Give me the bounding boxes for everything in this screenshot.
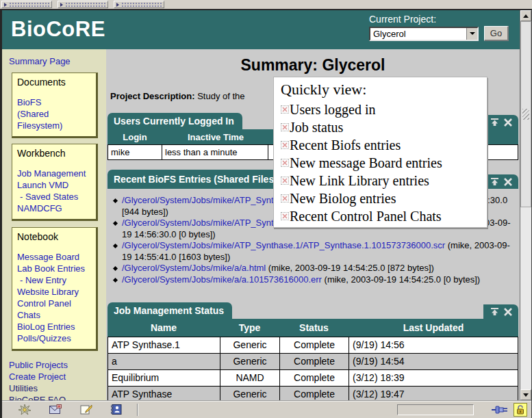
collapsed-toolbar-grippy[interactable] — [114, 1, 164, 8]
expand-arrow-icon — [116, 3, 119, 7]
quick-view-option[interactable]: Recent Control Panel Chats — [281, 207, 481, 225]
scroll-down-button[interactable] — [520, 389, 531, 400]
sidebar-item-biofs-subtitle[interactable]: (Shared Filesystem) — [17, 108, 92, 131]
notebook-box: Notebook Message Board Lab Book Entries … — [12, 227, 98, 351]
quick-view-option[interactable]: New message Board entries — [281, 154, 481, 172]
sidebar-item-summary-page[interactable]: Summary Page — [9, 55, 106, 67]
broken-image-icon — [281, 177, 289, 185]
documents-box: Documents BioFS (Shared Filesystem) — [12, 73, 98, 138]
sidebar-item-lab-book-entries[interactable]: Lab Book Entries — [17, 263, 92, 274]
project-description-text: Study of the — [197, 91, 244, 101]
users-panel-title: Users Currently Logged In — [107, 113, 242, 129]
close-panel-icon[interactable] — [504, 118, 512, 127]
job-col-status: Status — [279, 322, 349, 333]
broken-image-icon — [281, 194, 289, 203]
sidebar-item-job-management[interactable]: Job Management — [17, 168, 92, 179]
sidebar-item-control-panel-chats[interactable]: Control Panel Chats — [17, 298, 92, 321]
biofs-entry-link[interactable]: /Glycerol/System/Jobs/mike/a/a.101573616… — [122, 274, 322, 285]
quick-view-option[interactable]: New Biolog entries — [281, 190, 481, 207]
job-type: Generic — [220, 337, 280, 353]
close-panel-icon[interactable] — [504, 178, 512, 186]
sidebar-item-new-entry[interactable]: - New Entry — [17, 274, 92, 286]
quick-view-option-label: New Biolog entries — [290, 191, 396, 207]
list-item: /Glycerol/System/Jobs/mike/ATP_Synthase.… — [110, 240, 518, 263]
sidebar-item-polls-quizzes[interactable]: Polls/Quizzes — [17, 332, 92, 344]
job-col-name: Name — [107, 322, 220, 333]
sidebar-item-launch-vmd[interactable]: Launch VMD — [17, 179, 92, 191]
job-type: Generic — [220, 387, 280, 400]
site-header: BioCoRE Current Project: Glycerol Go — [2, 10, 520, 49]
navigator-icon[interactable] — [18, 404, 31, 415]
quick-view-title: Quickly view: — [281, 81, 481, 99]
broken-image-icon — [281, 105, 289, 114]
biofs-entry-meta: (mike, 2003-09-19 14:54:25.0 [872 bytes]… — [266, 263, 434, 273]
security-lock-highlight[interactable] — [514, 403, 527, 417]
quick-view-option[interactable]: Users logged in — [281, 101, 481, 118]
sidebar-item-message-board[interactable]: Message Board — [17, 251, 92, 263]
vertical-scrollbar[interactable] — [520, 10, 531, 400]
quick-view-option-label: Users logged in — [290, 102, 376, 118]
statusbar-divider — [137, 404, 138, 416]
sidebar-item-utilities[interactable]: Utilities — [9, 382, 106, 394]
address-book-icon[interactable] — [111, 404, 122, 415]
mail-icon[interactable] — [49, 404, 62, 415]
job-updated: (9/19) 14:56 — [349, 337, 518, 353]
job-col-updated: Last Updated — [349, 322, 518, 333]
sidebar-item-public-projects[interactable]: Public Projects — [9, 359, 106, 371]
sidebar-item-biofs[interactable]: BioFS — [17, 96, 92, 108]
quick-view-option[interactable]: Job status — [281, 118, 481, 136]
toolbar-grippy-strip — [0, 0, 532, 9]
biofs-entry-link[interactable]: /Glycerol/System/Jobs/mike/ATP_Synthase.… — [122, 240, 445, 250]
online-plug-icon[interactable] — [492, 405, 508, 415]
quick-view-popup: Quickly view: Users logged in Job status… — [273, 77, 487, 228]
grippy-dots — [9, 2, 49, 7]
status-bar — [2, 400, 531, 418]
table-row: ATP Synthase Generic Complete (3/12) 19:… — [108, 386, 518, 400]
quick-view-option-label: Job status — [290, 120, 343, 135]
job-updated: (3/12) 18:39 — [349, 370, 518, 386]
user-inactive-time: less than a minute — [162, 145, 268, 159]
grippy-dots — [65, 2, 105, 7]
users-col-inactive: Inactive Time — [162, 132, 269, 142]
dropdown-arrow-icon[interactable] — [466, 28, 477, 40]
job-name: a — [108, 354, 220, 369]
broken-image-icon — [281, 123, 289, 131]
table-row: ATP Synthase.1 Generic Complete (9/19) 1… — [108, 337, 518, 353]
table-row: Equilibrium NAMD Complete (3/12) 18:39 — [108, 369, 518, 386]
sidebar-item-website-library[interactable]: Website Library — [17, 286, 92, 298]
status-message-box — [397, 404, 474, 415]
job-type: NAMD — [220, 370, 280, 386]
quick-view-option[interactable]: New Link Library entries — [281, 172, 481, 190]
sidebar-item-saved-states[interactable]: - Saved States — [17, 191, 92, 203]
collapse-panel-icon[interactable] — [490, 177, 499, 186]
notebook-heading: Notebook — [17, 231, 92, 242]
sidebar-item-namdcfg[interactable]: NAMDCFG — [17, 203, 92, 214]
sidebar-item-biocore-faq[interactable]: BioCoRE FAQ — [9, 394, 106, 400]
scroll-up-button[interactable] — [520, 10, 531, 21]
brand-logo: BioCoRE — [11, 17, 105, 42]
scrollbar-thumb[interactable] — [520, 21, 531, 207]
user-login: mike — [108, 145, 162, 159]
collapse-panel-icon[interactable] — [490, 307, 499, 316]
go-button[interactable]: Go — [484, 26, 509, 41]
collapsed-toolbar-grippy[interactable] — [58, 1, 108, 8]
table-row: a Generic Complete (9/19) 14:54 — [108, 353, 518, 369]
job-status: Complete — [280, 337, 349, 353]
composer-icon[interactable] — [80, 404, 92, 415]
job-name: ATP Synthase — [108, 387, 220, 400]
job-status: Complete — [280, 370, 349, 386]
close-panel-icon[interactable] — [504, 308, 512, 316]
collapse-panel-icon[interactable] — [490, 118, 499, 127]
current-project-label: Current Project: — [369, 14, 513, 25]
quick-view-option[interactable]: Recent Biofs entries — [281, 136, 481, 154]
biofs-entry-link[interactable]: /Glycerol/System/Jobs/mike/a/a.html — [122, 263, 266, 273]
job-updated: (9/19) 14:54 — [349, 354, 518, 369]
quick-view-option-label: Recent Control Panel Chats — [290, 209, 442, 224]
collapsed-toolbar-grippy[interactable] — [1, 1, 52, 8]
scrollbar-track[interactable] — [520, 21, 531, 389]
expand-arrow-icon — [4, 3, 7, 7]
project-select[interactable]: Glycerol — [369, 27, 479, 41]
sidebar-item-biolog-entries[interactable]: BioLog Entries — [17, 321, 92, 332]
list-item: /Glycerol/System/Jobs/mike/a/a.html (mik… — [110, 263, 518, 274]
sidebar-item-create-project[interactable]: Create Project — [9, 371, 106, 382]
